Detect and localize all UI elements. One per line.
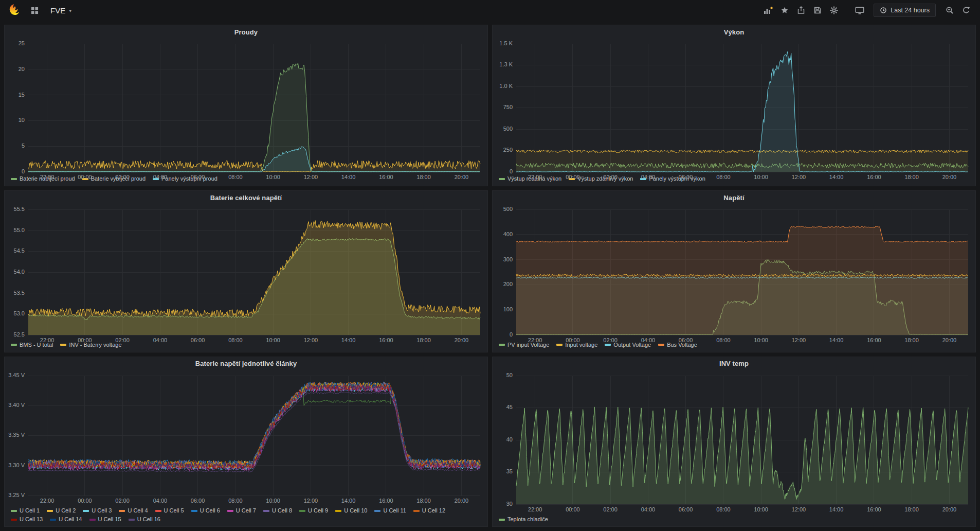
x-axis-tick-label: 00:00 [566, 337, 580, 343]
legend-item[interactable]: U Cell 12 [413, 507, 445, 515]
x-axis-tick-label: 16:00 [379, 337, 393, 343]
legend-color-swatch [227, 510, 233, 512]
grafana-logo[interactable] [6, 3, 22, 17]
x-axis-tick-label: 18:00 [904, 506, 919, 512]
legend-item[interactable]: U Cell 8 [263, 507, 292, 515]
panel-title[interactable]: Baterie napětí jednotlivé články [5, 357, 487, 370]
add-panel-button[interactable] [760, 3, 776, 17]
legend-label: Teplota chladiče [507, 516, 548, 523]
legend-item[interactable]: Teplota chladiče [499, 516, 548, 523]
x-axis-tick-label: 08:00 [716, 506, 731, 512]
x-axis-tick-label: 20:00 [942, 506, 957, 512]
x-axis-tick-label: 02:00 [603, 337, 618, 343]
panel-vykon: Výkon 02505007501.0 K1.3 K1.5 K22:0000:0… [492, 25, 976, 186]
kiosk-monitor-icon[interactable] [852, 3, 867, 17]
legend-color-swatch [191, 510, 197, 512]
series-line [28, 390, 480, 467]
panel-title[interactable]: Proudy [5, 25, 487, 39]
legend-item[interactable]: U Cell 2 [47, 507, 76, 515]
time-series-chart[interactable]: 02505007501.0 K1.3 K1.5 K22:0000:0002:00… [493, 39, 975, 182]
x-axis-tick-label: 12:00 [792, 174, 806, 180]
series-line [28, 382, 480, 468]
zoom-out-icon[interactable] [942, 3, 957, 17]
y-axis-tick-label: 15 [19, 92, 25, 98]
settings-gear-icon[interactable] [826, 3, 842, 17]
time-series-chart[interactable]: 051015202522:0000:0002:0004:0006:0008:00… [5, 39, 487, 182]
x-axis-tick-label: 06:00 [679, 174, 693, 180]
legend-label: U Cell 6 [200, 507, 220, 515]
legend-item[interactable]: U Cell 4 [119, 507, 148, 515]
legend-label: U Cell 5 [164, 507, 184, 515]
y-axis-tick-label: 45 [506, 404, 513, 410]
x-axis-tick-label: 04:00 [641, 174, 656, 180]
panel-title[interactable]: INV temp [493, 357, 975, 370]
star-icon[interactable] [777, 3, 792, 17]
y-axis-tick-label: 35 [506, 468, 513, 474]
panel-inv-temp: INV temp 303540455022:0000:0002:0004:000… [492, 357, 976, 527]
dashboard-title-dropdown[interactable]: FVE ▾ [47, 4, 75, 17]
x-axis-tick-label: 18:00 [416, 337, 431, 343]
refresh-icon[interactable] [958, 3, 974, 17]
legend-color-swatch [11, 519, 17, 521]
panel-title[interactable]: Výkon [493, 25, 975, 39]
x-axis-tick-label: 18:00 [904, 337, 919, 343]
navbar: FVE ▾ [0, 0, 980, 21]
y-axis-tick-label: 30 [506, 501, 513, 507]
time-series-chart[interactable]: 52.553.053.554.054.555.055.522:0000:0002… [5, 204, 487, 345]
x-axis-tick-label: 12:00 [304, 174, 318, 180]
panel-chart: 051015202522:0000:0002:0004:0006:0008:00… [5, 39, 487, 174]
legend-label: U Cell 4 [128, 507, 148, 515]
legend-item[interactable]: U Cell 15 [89, 516, 121, 523]
panel-title[interactable]: Baterie celkové napětí [5, 191, 487, 204]
caret-down-icon: ▾ [69, 8, 71, 13]
y-axis-tick-label: 5 [22, 143, 25, 149]
legend-label: U Cell 11 [383, 507, 406, 515]
series-line [28, 63, 480, 172]
y-axis-tick-label: 53.0 [14, 311, 25, 317]
legend-item[interactable]: U Cell 10 [335, 507, 367, 515]
dashboards-grid-icon[interactable] [27, 3, 42, 17]
series-line [28, 383, 480, 468]
share-icon[interactable] [793, 3, 809, 17]
x-axis-tick-label: 04:00 [153, 337, 168, 343]
legend-label: U Cell 7 [236, 507, 256, 515]
legend-item[interactable]: U Cell 9 [299, 507, 328, 515]
time-series-chart[interactable]: 303540455022:0000:0002:0004:0006:0008:00… [493, 370, 975, 515]
x-axis-tick-label: 20:00 [942, 337, 957, 343]
x-axis-tick-label: 18:00 [904, 174, 919, 180]
legend-item[interactable]: U Cell 13 [11, 516, 43, 523]
legend-color-swatch [50, 519, 56, 521]
y-axis-tick-label: 0 [510, 331, 513, 338]
legend-item[interactable]: U Cell 3 [83, 507, 112, 515]
legend-label: U Cell 8 [272, 507, 292, 515]
x-axis-tick-label: 10:00 [266, 174, 280, 180]
time-series-chart[interactable]: 3.25 V3.30 V3.35 V3.40 V3.45 V22:0000:00… [5, 370, 487, 506]
legend-item[interactable]: U Cell 14 [50, 516, 82, 523]
navbar-left: FVE ▾ [6, 3, 75, 17]
y-axis-tick-label: 100 [503, 306, 513, 312]
legend-item[interactable]: U Cell 11 [374, 507, 406, 515]
legend-label: U Cell 2 [56, 507, 76, 515]
x-axis-tick-label: 20:00 [455, 337, 469, 343]
y-axis-tick-label: 300 [503, 256, 513, 262]
time-series-chart[interactable]: 010020030040050022:0000:0002:0004:0006:0… [493, 204, 975, 345]
legend-item[interactable]: U Cell 1 [11, 507, 40, 515]
y-axis-tick-label: 3.40 V [8, 402, 25, 408]
legend-item[interactable]: U Cell 16 [129, 516, 160, 523]
x-axis-tick-label: 18:00 [416, 174, 431, 180]
legend-item[interactable]: U Cell 5 [155, 507, 184, 515]
legend-label: U Cell 15 [98, 516, 121, 523]
legend-item[interactable]: U Cell 6 [191, 507, 220, 515]
panel-title[interactable]: Napětí [493, 191, 975, 204]
legend-item[interactable]: U Cell 7 [227, 507, 256, 515]
save-icon[interactable] [810, 3, 825, 17]
x-axis-tick-label: 02:00 [603, 506, 618, 512]
x-axis-tick-label: 16:00 [867, 506, 881, 512]
legend-color-swatch [374, 510, 380, 512]
time-range-picker[interactable]: Last 24 hours [874, 4, 936, 17]
time-range-label: Last 24 hours [891, 7, 930, 14]
dashboard-grid: Proudy 051015202522:0000:0002:0004:0006:… [0, 21, 980, 531]
legend-color-swatch [263, 510, 269, 512]
y-axis-tick-label: 52.5 [14, 331, 25, 338]
x-axis-tick-label: 22:00 [528, 506, 542, 512]
